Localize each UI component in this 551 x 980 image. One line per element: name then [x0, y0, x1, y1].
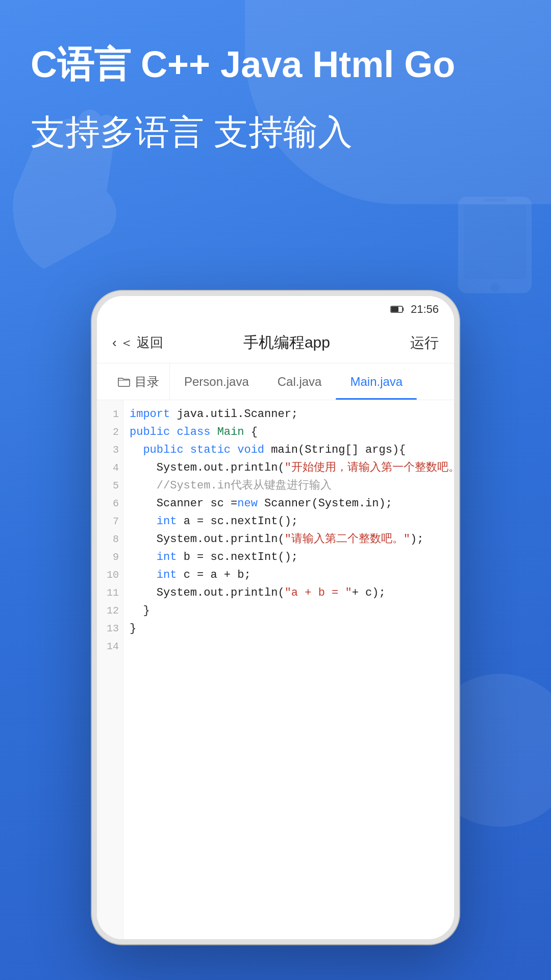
status-bar: 21:56 [97, 296, 454, 323]
line-num-2: 2 [97, 423, 119, 441]
hero-title: C语言 C++ Java Html Go [31, 41, 520, 89]
line-num-8: 8 [97, 530, 119, 548]
folder-tab[interactable]: 目录 [107, 363, 170, 400]
code-line-5: //System.in代表从键盘进行输入 [130, 477, 454, 495]
hero-subtitle: 支持多语言 支持输入 [31, 109, 520, 154]
code-editor: 1 2 3 4 5 6 7 8 9 10 11 12 13 14 [97, 400, 454, 944]
keyword-public-2: public [130, 423, 170, 441]
phone-frame: 21:56 ‹ ＜ 返回 手机编程app 运行 目录 Person.java [92, 291, 459, 944]
line-num-7: 7 [97, 512, 119, 530]
code-line-14 [130, 638, 454, 655]
line-num-12: 12 [97, 602, 119, 620]
keyword-class: class [177, 423, 210, 441]
folder-label: 目录 [135, 374, 159, 390]
code-line-10: int c = a + b; [130, 566, 454, 584]
app-header: ‹ ＜ 返回 手机编程app 运行 [97, 323, 454, 363]
line-num-14: 14 [97, 638, 119, 655]
hero-section: C语言 C++ Java Html Go 支持多语言 支持输入 [31, 41, 520, 154]
line-num-5: 5 [97, 477, 119, 495]
folder-icon [117, 376, 131, 387]
code-line-2: public class Main { [130, 423, 454, 441]
run-button[interactable]: 运行 [410, 333, 439, 353]
line-num-1: 1 [97, 405, 119, 423]
code-line-11: System.out.println("a + b = " + c); [130, 584, 454, 602]
code-line-3: public static void main(String[] args){ [130, 441, 454, 459]
line-num-9: 9 [97, 548, 119, 566]
tab-cal-java[interactable]: Cal.java [263, 363, 336, 400]
app-title: 手机编程app [243, 332, 330, 353]
svg-point-2 [490, 283, 499, 292]
deco-device-icon [449, 194, 541, 296]
code-line-8: System.out.println("请输入第二个整数吧。"); [130, 530, 454, 548]
line-num-6: 6 [97, 495, 119, 512]
back-chevron-icon: ‹ [112, 335, 117, 351]
code-line-7: int a = sc.nextInt(); [130, 512, 454, 530]
battery-icon [390, 305, 405, 313]
code-line-1: import java.util.Scanner; [130, 405, 454, 423]
back-label[interactable]: ＜ 返回 [120, 334, 163, 352]
keyword-int-10: int [157, 566, 177, 584]
code-line-6: Scanner sc = new Scanner(System.in); [130, 495, 454, 512]
line-num-4: 4 [97, 459, 119, 477]
svg-rect-5 [391, 307, 398, 312]
code-line-13: } [130, 620, 454, 638]
keyword-int-9: int [157, 548, 177, 566]
phone-mockup: 21:56 ‹ ＜ 返回 手机编程app 运行 目录 Person.java [92, 291, 459, 944]
line-num-3: 3 [97, 441, 119, 459]
code-line-12: } [130, 602, 454, 620]
tab-main-java[interactable]: Main.java [336, 363, 417, 400]
code-content[interactable]: import java.util.Scanner; public class M… [123, 400, 454, 944]
back-button[interactable]: ‹ ＜ 返回 [112, 334, 163, 352]
line-num-13: 13 [97, 620, 119, 638]
status-time: 21:56 [411, 303, 439, 316]
keyword-import: import [130, 405, 170, 423]
keyword-int-7: int [157, 512, 177, 530]
code-line-4: System.out.println("开始使用，请输入第一个整数吧。"); [130, 459, 454, 477]
svg-rect-3 [484, 199, 506, 202]
line-num-10: 10 [97, 566, 119, 584]
line-numbers: 1 2 3 4 5 6 7 8 9 10 11 12 13 14 [97, 400, 123, 944]
line-num-11: 11 [97, 584, 119, 602]
code-line-9: int b = sc.nextInt(); [130, 548, 454, 566]
tab-person-java[interactable]: Person.java [170, 363, 263, 400]
svg-rect-1 [464, 205, 526, 279]
code-area[interactable]: 1 2 3 4 5 6 7 8 9 10 11 12 13 14 [97, 400, 454, 944]
classname-main: Main [217, 423, 244, 441]
tab-bar: 目录 Person.java Cal.java Main.java [97, 363, 454, 400]
